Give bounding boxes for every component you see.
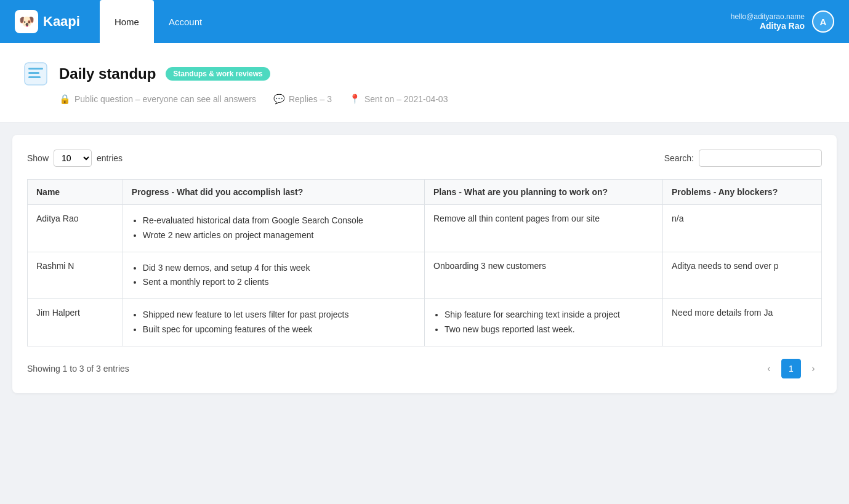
table-row: Rashmi NDid 3 new demos, and setup 4 for…	[28, 252, 822, 299]
visibility-text: Public question – everyone can see all a…	[74, 94, 256, 104]
cell-progress: Shipped new feature to let users filter …	[123, 299, 424, 346]
table-header: Name Progress - What did you accomplish …	[28, 180, 822, 205]
replies-icon: 💬	[273, 94, 285, 105]
nav-item-home[interactable]: Home	[100, 0, 154, 43]
pagination-controls: ‹ 1 ›	[760, 359, 822, 378]
svg-rect-3	[28, 76, 41, 78]
standup-icon	[22, 60, 49, 87]
location-icon: 📍	[349, 94, 361, 105]
standup-card: Daily standup Standups & work reviews 🔒 …	[0, 43, 849, 122]
table-controls: Show 10 25 50 100 entries Search:	[27, 150, 822, 167]
cell-name: Rashmi N	[28, 252, 123, 299]
standup-title: Daily standup	[59, 65, 156, 82]
cell-problems: n/a	[663, 205, 822, 252]
replies-text: Replies – 3	[289, 94, 332, 104]
sent-on-text: Sent on – 2021-04-03	[364, 94, 448, 104]
svg-rect-2	[28, 72, 39, 74]
cell-progress: Re-evaluated historical data from Google…	[123, 205, 424, 252]
table-body: Aditya RaoRe-evaluated historical data f…	[28, 205, 822, 346]
main-nav: Home Account	[100, 0, 217, 43]
cell-plans: Onboarding 3 new customers	[425, 252, 663, 299]
prev-page-button[interactable]: ‹	[760, 360, 778, 377]
user-info: hello@adityarao.name Aditya Rao	[731, 12, 805, 31]
page-1-button[interactable]: 1	[781, 359, 801, 378]
cell-name: Aditya Rao	[28, 205, 123, 252]
meta-visibility: 🔒 Public question – everyone can see all…	[59, 94, 256, 105]
search-input[interactable]	[699, 150, 822, 167]
entries-label: entries	[97, 153, 123, 163]
cell-plans: Ship feature for searching text inside a…	[425, 299, 663, 346]
show-entries-control: Show 10 25 50 100 entries	[27, 150, 123, 167]
svg-rect-1	[28, 68, 43, 70]
lock-icon: 🔒	[59, 94, 71, 105]
col-header-plans: Plans - What are you planning to work on…	[425, 180, 663, 205]
next-page-button[interactable]: ›	[805, 360, 822, 377]
table-row: Jim HalpertShipped new feature to let us…	[28, 299, 822, 346]
standup-tag: Standups & work reviews	[166, 67, 270, 81]
cell-problems: Aditya needs to send over p	[663, 252, 822, 299]
search-row: Search:	[664, 150, 822, 167]
entries-select[interactable]: 10 25 50 100	[54, 150, 92, 167]
standup-header: Daily standup Standups & work reviews	[22, 60, 827, 87]
cell-problems: Need more details from Ja	[663, 299, 822, 346]
meta-sent-on: 📍 Sent on – 2021-04-03	[349, 94, 448, 105]
logo-icon: 🐶	[15, 10, 38, 33]
app-header: 🐶 Kaapi Home Account hello@adityarao.nam…	[0, 0, 849, 43]
data-table: Name Progress - What did you accomplish …	[27, 179, 822, 346]
pagination-row: Showing 1 to 3 of 3 entries ‹ 1 ›	[27, 359, 822, 378]
showing-text: Showing 1 to 3 of 3 entries	[27, 364, 129, 374]
nav-item-account[interactable]: Account	[154, 0, 217, 43]
cell-name: Jim Halpert	[28, 299, 123, 346]
header-right: hello@adityarao.name Aditya Rao A	[731, 10, 834, 33]
cell-plans: Remove all thin content pages from our s…	[425, 205, 663, 252]
col-header-problems: Problems - Any blockers?	[663, 180, 822, 205]
col-header-name: Name	[28, 180, 123, 205]
table-row: Aditya RaoRe-evaluated historical data f…	[28, 205, 822, 252]
show-label: Show	[27, 153, 49, 163]
standup-meta: 🔒 Public question – everyone can see all…	[59, 94, 827, 105]
col-header-progress: Progress - What did you accomplish last?	[123, 180, 424, 205]
logo-text: Kaapi	[43, 14, 80, 30]
search-label: Search:	[664, 153, 694, 163]
logo: 🐶 Kaapi	[15, 10, 80, 33]
table-section: Show 10 25 50 100 entries Search: Name P…	[12, 135, 837, 393]
avatar[interactable]: A	[812, 10, 834, 33]
user-email: hello@adityarao.name	[731, 12, 805, 21]
cell-progress: Did 3 new demos, and setup 4 for this we…	[123, 252, 424, 299]
meta-replies: 💬 Replies – 3	[273, 94, 332, 105]
user-name: Aditya Rao	[731, 21, 805, 31]
